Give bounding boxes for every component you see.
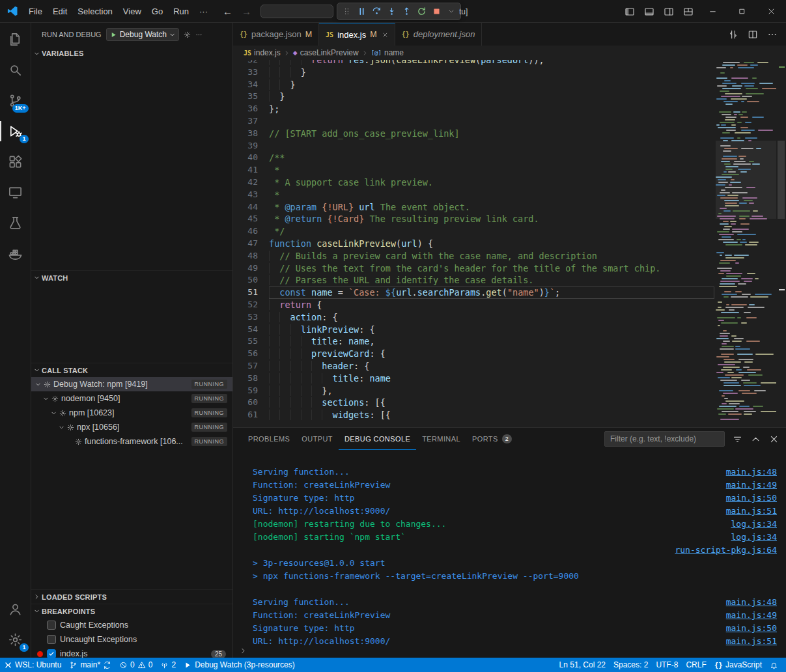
branch-status[interactable]: main* xyxy=(65,658,115,672)
breadcrumb-caselinkpreview[interactable]: ◆caseLinkPreview xyxy=(293,48,359,57)
source-link[interactable]: main.js:50 xyxy=(726,622,777,635)
code-editor[interactable]: 32 return res.json(caseLinkPreview(parse… xyxy=(233,60,786,427)
stop-icon[interactable] xyxy=(429,5,443,19)
source-link[interactable]: main.js:50 xyxy=(726,492,777,505)
source-link[interactable]: main.js:49 xyxy=(726,609,777,622)
call-stack-session[interactable]: Debug Watch: npm [9419]RUNNING xyxy=(31,377,232,391)
source-link[interactable]: log.js:34 xyxy=(731,518,777,531)
code-line[interactable]: 44 * @param {!URL} url The event object. xyxy=(233,201,786,214)
ports-status[interactable]: 2 xyxy=(156,658,180,672)
eol[interactable]: CRLF xyxy=(682,658,710,672)
variables-section-header[interactable]: VARIABLES xyxy=(31,46,232,61)
toggle-panel-icon[interactable] xyxy=(639,0,659,23)
step-into-icon[interactable] xyxy=(384,5,399,19)
gear-icon[interactable] xyxy=(184,31,191,38)
code-line[interactable]: 56 previewCard: { xyxy=(233,348,786,360)
code-line[interactable]: 40/** xyxy=(233,152,786,164)
remote-indicator[interactable]: WSL: Ubuntu xyxy=(0,658,65,672)
breakpoint-checkbox[interactable] xyxy=(47,635,56,644)
activitybar-source-control[interactable]: 1K+ xyxy=(0,85,31,116)
source-link[interactable]: main.js:49 xyxy=(726,479,777,492)
code-line[interactable]: 39 xyxy=(233,140,786,152)
activitybar-settings[interactable]: 1 xyxy=(0,624,31,655)
activitybar-docker[interactable] xyxy=(0,238,31,269)
editor-scrollbar[interactable] xyxy=(776,60,786,427)
menu-view[interactable]: View xyxy=(118,4,147,18)
menu-go[interactable]: Go xyxy=(147,4,168,18)
activitybar-search[interactable] xyxy=(0,55,31,85)
code-line[interactable]: 46 */ xyxy=(233,225,786,238)
call-stack-session[interactable]: npx [10656]RUNNING xyxy=(31,420,232,434)
breakpoints-section-header[interactable]: BREAKPOINTS xyxy=(31,604,232,618)
activitybar-remote-explorer[interactable] xyxy=(0,177,31,208)
code-line[interactable]: 55 title: name, xyxy=(233,335,786,348)
step-over-icon[interactable] xyxy=(369,5,384,19)
tab-package-json[interactable]: {}package.jsonM xyxy=(233,23,319,46)
code-line[interactable]: 36}; xyxy=(233,103,786,115)
indentation[interactable]: Spaces: 2 xyxy=(610,658,652,672)
activitybar-accounts[interactable] xyxy=(0,594,31,624)
source-link[interactable]: main.js:48 xyxy=(726,466,777,479)
code-line[interactable]: 58 title: name xyxy=(233,372,786,385)
encoding[interactable]: UTF-8 xyxy=(652,658,682,672)
breakpoint-row[interactable]: Caught Exceptions xyxy=(31,618,232,632)
more-actions-icon[interactable] xyxy=(764,26,781,43)
close-window-button[interactable] xyxy=(757,0,786,23)
menu-file[interactable]: File xyxy=(23,4,48,18)
step-out-icon[interactable] xyxy=(399,5,414,19)
loaded-scripts-section-header[interactable]: LOADED SCRIPTS xyxy=(31,589,232,604)
customize-layout-icon[interactable] xyxy=(679,0,698,23)
code-line[interactable]: 32 return res.json(caseLinkPreview(parse… xyxy=(233,60,786,66)
call-stack-session[interactable]: functions-framework [106...RUNNING xyxy=(31,434,232,449)
breadcrumb-index-js[interactable]: JSindex.js xyxy=(244,48,281,57)
dropdown-icon[interactable] xyxy=(444,5,458,19)
call-stack-session[interactable]: npm [10623]RUNNING xyxy=(31,406,232,420)
scrollbar-thumb[interactable] xyxy=(778,141,785,219)
command-center-search[interactable] xyxy=(260,5,333,18)
tab-index-js[interactable]: JSindex.jsM xyxy=(319,23,395,46)
cursor-position[interactable]: Ln 51, Col 22 xyxy=(555,658,610,672)
panel-tab-problems[interactable]: PROBLEMS xyxy=(242,428,296,450)
restart-icon[interactable] xyxy=(414,5,428,19)
code-line[interactable]: 37 xyxy=(233,115,786,128)
code-line[interactable]: 53 action: { xyxy=(233,311,786,324)
menu-run[interactable]: Run xyxy=(168,4,194,18)
source-link[interactable]: main.js:51 xyxy=(726,635,777,648)
tab-deployment-json[interactable]: {}deployment.json xyxy=(395,23,483,46)
open-changes-icon[interactable] xyxy=(725,26,742,43)
source-link[interactable]: run-script-pkg.js:64 xyxy=(675,544,777,557)
close-tab-icon[interactable] xyxy=(382,32,388,38)
breakpoint-row[interactable]: index.js25 xyxy=(31,647,232,658)
minimap[interactable] xyxy=(716,60,776,427)
code-line[interactable]: 57 header: { xyxy=(233,360,786,372)
maximize-panel-icon[interactable] xyxy=(750,433,761,445)
code-line[interactable]: 47function caseLinkPreview(url) { xyxy=(233,238,786,250)
panel-tab-terminal[interactable]: TERMINAL xyxy=(416,428,466,450)
code-line[interactable]: 49 // Uses the text from the card's head… xyxy=(233,262,786,275)
code-line[interactable]: 59 }, xyxy=(233,385,786,397)
code-line[interactable]: 45 * @return {!Card} The resulting previ… xyxy=(233,213,786,225)
code-line[interactable]: 35 } xyxy=(233,91,786,103)
code-line[interactable]: 33 } xyxy=(233,66,786,79)
panel-tab-debug-console[interactable]: DEBUG CONSOLE xyxy=(339,428,416,450)
pause-icon[interactable] xyxy=(354,5,369,19)
source-link[interactable]: main.js:51 xyxy=(726,505,777,518)
maximize-button[interactable] xyxy=(727,0,757,23)
code-line[interactable]: 48 // Builds a preview card with the cas… xyxy=(233,250,786,262)
activitybar-testing[interactable] xyxy=(0,208,31,238)
breadcrumb-name[interactable]: [@]name xyxy=(371,48,404,57)
source-link[interactable]: log.js:34 xyxy=(731,531,777,544)
filter-icon[interactable] xyxy=(731,433,743,445)
split-editor-icon[interactable] xyxy=(744,26,761,43)
breakpoint-checkbox[interactable] xyxy=(47,621,56,630)
notifications[interactable] xyxy=(766,658,782,672)
source-link[interactable]: main.js:48 xyxy=(726,596,777,609)
menu-more-icon[interactable]: ··· xyxy=(194,7,213,16)
code-line[interactable]: 50 // Parses the URL and identify the ca… xyxy=(233,274,786,287)
back-icon[interactable]: ← xyxy=(223,6,232,17)
menu-selection[interactable]: Selection xyxy=(72,4,117,18)
code-line[interactable]: 38// [START add_ons_case_preview_link] xyxy=(233,128,786,140)
panel-tab-output[interactable]: OUTPUT xyxy=(296,428,339,450)
watch-section-header[interactable]: WATCH xyxy=(31,270,232,285)
activitybar-explorer[interactable] xyxy=(0,24,31,55)
